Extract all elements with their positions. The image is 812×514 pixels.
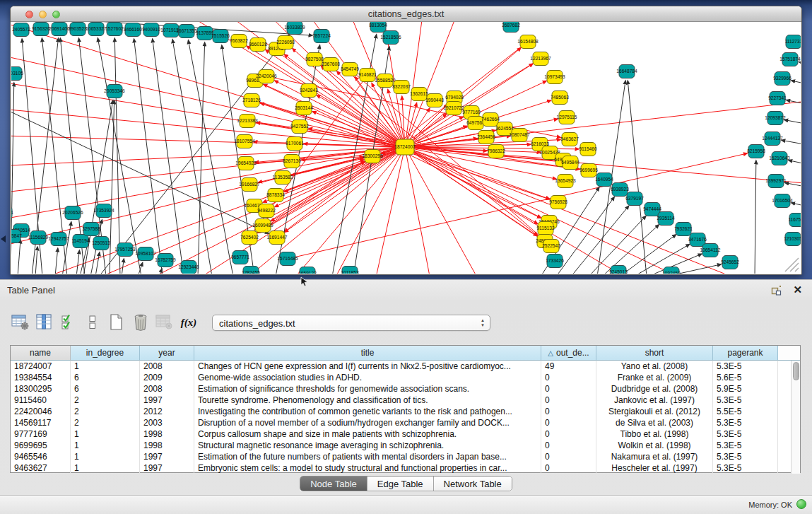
graph-node[interactable]: 9115132 — [536, 222, 555, 235]
delete-column-icon[interactable] — [130, 312, 151, 333]
graph-node[interactable]: 19210722 — [443, 102, 464, 115]
graph-node[interactable]: 12975115 — [557, 111, 577, 124]
graph-node[interactable]: 12444137 — [762, 132, 783, 146]
graph-node[interactable]: 2603105 — [11, 67, 23, 81]
graph-node[interactable]: 6495844 — [561, 156, 579, 170]
vertical-scrollbar[interactable] — [791, 361, 800, 474]
graph-node[interactable]: 15218506 — [380, 31, 401, 45]
graph-node[interactable]: 9245652 — [721, 256, 739, 269]
graph-node[interactable]: 8454749 — [341, 63, 359, 76]
graph-node[interactable]: 20053346 — [104, 85, 125, 98]
graph-node[interactable]: 6379197 — [625, 192, 644, 206]
graph-node[interactable]: 8660128 — [249, 38, 267, 52]
new-column-icon[interactable] — [106, 312, 127, 333]
graph-node[interactable]: 8915847 — [11, 230, 22, 243]
table-row[interactable]: 946554611997Estimation of the future num… — [11, 451, 800, 462]
column-header-title[interactable]: title — [194, 346, 541, 361]
graph-node[interactable]: 2687682 — [502, 22, 520, 33]
graph-node[interactable]: 10654112 — [700, 244, 721, 257]
graph-node[interactable]: 8466160 — [124, 23, 142, 37]
table-row[interactable]: 1456911722003Disruption of a novel membe… — [11, 417, 800, 428]
graph-node[interactable]: 13992971 — [765, 175, 787, 188]
graph-node[interactable]: 1011853 — [341, 267, 359, 274]
graph-node[interactable]: 1167533 — [788, 214, 801, 227]
deselect-all-icon[interactable] — [82, 312, 103, 333]
table-row[interactable]: 946362711997Embryonic stem cells: a mode… — [11, 462, 800, 474]
graph-node[interactable]: 11691447 — [267, 231, 288, 245]
west-panel-collapse-icon[interactable] — [1, 235, 6, 243]
graph-node[interactable]: 19654923 — [235, 157, 257, 170]
show-columns-icon[interactable] — [34, 312, 55, 333]
graph-node[interactable]: 8267130 — [283, 155, 301, 168]
tab-edge-table[interactable]: Edge Table — [367, 477, 434, 491]
graph-node[interactable]: 9756928 — [549, 196, 567, 209]
graph-node[interactable]: 9242843 — [300, 84, 318, 98]
column-header-pagerank[interactable]: pagerank — [713, 346, 778, 361]
graph-node[interactable]: 19166827 — [239, 178, 260, 192]
graph-node[interactable]: 11353583 — [273, 171, 293, 185]
table-row[interactable]: 911546021997Tourette syndrome. Phenomeno… — [11, 395, 800, 406]
column-header-out-de-[interactable]: △out_de... — [541, 346, 596, 361]
graph-node[interactable]: 12213967 — [530, 52, 551, 66]
graph-node[interactable]: 2522547 — [542, 240, 560, 253]
graph-node[interactable]: 18724007 — [394, 139, 416, 155]
column-header-name[interactable]: name — [11, 346, 71, 361]
graph-node[interactable]: 10973493 — [544, 71, 565, 84]
delete-table-icon[interactable] — [154, 312, 175, 333]
network-view-window[interactable]: citations_edges.txt 18724007766382286601… — [10, 6, 802, 275]
graph-node[interactable]: 1210305 — [784, 233, 801, 246]
graph-node[interactable]: 12942757 — [48, 233, 69, 246]
graph-node[interactable]: 15751874 — [779, 53, 801, 66]
graph-node[interactable]: 16099489 — [252, 219, 273, 233]
memory-status-indicator[interactable] — [796, 499, 806, 509]
graph-node[interactable]: 2803144 — [295, 102, 313, 115]
graph-node[interactable]: 18300295 — [362, 150, 383, 163]
graph-node[interactable]: 2405572 — [12, 23, 30, 37]
graph-node[interactable]: 9245013 — [609, 266, 628, 274]
graph-node[interactable]: 11156829 — [28, 231, 49, 245]
graph-node[interactable]: 17016504 — [772, 194, 793, 208]
graph-node[interactable]: 8813054 — [369, 22, 387, 33]
window-resize-grip[interactable] — [782, 255, 799, 272]
graph-node[interactable]: 16782759 — [155, 254, 176, 267]
graph-node[interactable]: 2364456 — [477, 131, 495, 144]
table-row[interactable]: 1872400712008Changes of HCN gene express… — [11, 361, 800, 372]
graph-node[interactable]: 8878334 — [266, 189, 285, 202]
graph-node[interactable]: 9699695 — [579, 164, 598, 177]
table-row[interactable]: 2242004622012Investigating the contribut… — [11, 406, 800, 417]
graph-node[interactable]: 12213383 — [237, 115, 258, 128]
graph-node[interactable]: 15716485 — [277, 252, 298, 266]
tab-node-table[interactable]: Node Table — [300, 477, 367, 491]
graph-node[interactable]: 7485063 — [551, 91, 569, 105]
graph-node[interactable]: 9146821 — [358, 69, 377, 82]
graph-node[interactable]: 9657771 — [231, 251, 249, 264]
graph-node[interactable]: 3297588 — [82, 223, 100, 236]
graph-node[interactable]: 12923448 — [178, 261, 199, 274]
graph-node[interactable]: 2935114 — [657, 212, 675, 226]
close-panel-icon[interactable]: ✕ — [793, 284, 802, 296]
graph-node[interactable]: 1282455 — [242, 267, 260, 274]
graph-node[interactable]: 2226058 — [276, 36, 295, 49]
graph-node[interactable]: 1092450 — [662, 267, 681, 274]
graph-node[interactable]: 9427552 — [290, 120, 309, 134]
graph-node[interactable]: 2718126 — [242, 94, 261, 107]
graph-node[interactable]: 9463627 — [560, 133, 579, 146]
graph-node[interactable]: 7932621 — [674, 223, 693, 236]
graph-node[interactable]: 1112733 — [785, 35, 801, 49]
graph-node[interactable]: 2367608 — [322, 58, 340, 71]
graph-node[interactable]: 1250513 — [92, 237, 110, 250]
graph-node[interactable]: 7986322 — [487, 145, 505, 158]
graph-node[interactable]: 20206526 — [62, 206, 83, 220]
column-header-short[interactable]: short — [596, 346, 713, 361]
graph-node[interactable]: 10653327 — [86, 23, 107, 36]
table-row[interactable]: 977716911998Corpus callosum shape and si… — [11, 428, 800, 440]
graph-node[interactable]: 1659123 — [298, 267, 317, 274]
graph-node[interactable]: 8903523 — [69, 23, 87, 36]
graph-node[interactable]: 8322037 — [392, 81, 411, 94]
graph-node[interactable]: 9329966 — [773, 72, 792, 86]
graph-node[interactable]: 1527602 — [105, 23, 124, 36]
column-header-in-degree[interactable]: in_degree — [71, 346, 140, 361]
graph-node[interactable]: 17957253 — [114, 243, 136, 257]
graph-node[interactable]: 22420046 — [256, 70, 277, 83]
float-window-icon[interactable] — [771, 285, 782, 296]
